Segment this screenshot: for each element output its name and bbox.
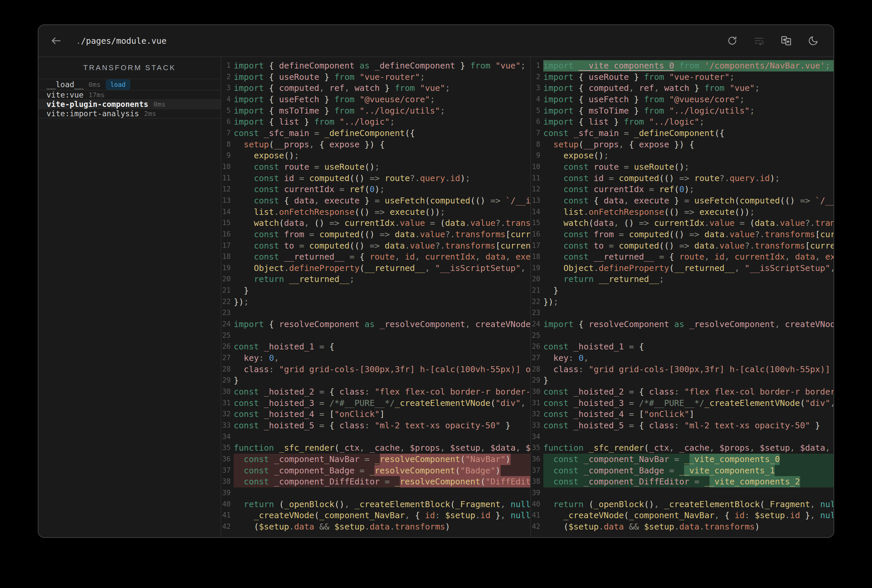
line-number: 4 <box>531 94 540 105</box>
line-content: return __returned__; <box>543 274 834 285</box>
line-number: 20 <box>531 274 540 285</box>
line-content: const _component_Badge = __vite_componen… <box>543 465 834 476</box>
code-line: 6import { list } from "../logic"; <box>221 116 530 128</box>
line-content: const currentIdx = ref(0); <box>234 184 530 195</box>
code-panel-before[interactable]: 1import { defineComponent as _defineComp… <box>221 57 530 537</box>
line-number: 34 <box>221 431 231 442</box>
line-content: class: "grid grid-cols-[300px,3fr] h-[ca… <box>234 364 530 375</box>
line-number: 29 <box>531 375 540 386</box>
line-content: const _hoisted_2 = { class: "flex flex-c… <box>543 386 834 398</box>
line-number: 5 <box>221 105 231 117</box>
code-line: 24import { resolveComponent as _resolveC… <box>221 319 530 330</box>
code-line: 42 ($setup.data && $setup.data.transform… <box>221 521 530 532</box>
line-number: 7 <box>221 128 231 139</box>
back-button[interactable] <box>51 35 62 46</box>
plugin-duration: 0ms <box>153 100 165 108</box>
sidebar-item--load-[interactable]: __load__0msload <box>38 79 221 90</box>
line-number: 35 <box>531 442 540 454</box>
line-content: const to = computed(() => data.value?.tr… <box>543 240 834 252</box>
refresh-button[interactable] <box>726 35 738 46</box>
line-content: return (_openBlock(), _createElementBloc… <box>234 499 530 510</box>
line-content: watch(data, () => currentIdx.value = (da… <box>234 218 530 229</box>
line-number: 32 <box>221 409 231 420</box>
code-line: 40 return (_openBlock(), _createElementB… <box>531 499 834 510</box>
sidebar-item-vite-plugin-components[interactable]: vite-plugin-components0ms <box>38 100 221 109</box>
line-number: 26 <box>221 341 231 352</box>
code-line: 20 return __returned__; <box>531 274 834 285</box>
code-line: 31const _hoisted_3 = /*#__PURE__*/_creat… <box>221 398 530 409</box>
line-number: 15 <box>221 218 231 229</box>
line-content: }); <box>234 296 530 308</box>
plugin-list: __load__0msloadvite:vue17msvite-plugin-c… <box>38 79 221 118</box>
code-line: 23 <box>221 308 530 319</box>
line-number: 22 <box>221 296 231 308</box>
code-line: 1import __vite_components_0 from '/compo… <box>531 60 834 72</box>
plugin-duration: 17ms <box>89 91 105 99</box>
line-content: const _hoisted_4 = ["onClick"] <box>234 409 530 420</box>
header-actions <box>726 35 819 47</box>
line-number: 27 <box>221 352 231 364</box>
sidebar-title: TRANSFORM STACK <box>38 57 221 79</box>
line-number: 31 <box>531 398 540 409</box>
line-number: 15 <box>531 218 540 229</box>
code-line: 22}); <box>531 296 834 308</box>
line-content: import { msToTime } from "../logic/utils… <box>234 105 530 117</box>
code-line: 28 class: "grid grid-cols-[300px,3fr] h-… <box>531 364 834 375</box>
line-content: const from = computed(() => data.value?.… <box>234 229 530 240</box>
code-line: 30const _hoisted_2 = { class: "flex flex… <box>221 386 530 398</box>
line-number: 41 <box>221 510 231 521</box>
line-number: 9 <box>221 150 231 161</box>
line-content: const _sfc_main = _defineComponent({ <box>234 128 530 139</box>
line-content: setup(__props, { expose }) { <box>234 139 530 150</box>
code-line: 26const _hoisted_1 = { <box>531 341 834 352</box>
code-line: 42 ($setup.data && $setup.data.transform… <box>531 521 834 532</box>
line-content: const _component_DiffEditor = __vite_com… <box>543 476 834 488</box>
code-line: 4import { useFetch } from "@vueuse/core"… <box>531 94 834 105</box>
sidebar-item-vite-vue[interactable]: vite:vue17ms <box>38 90 221 100</box>
line-wrap-button[interactable] <box>753 35 765 46</box>
line-content: const _hoisted_2 = { class: "flex flex-c… <box>234 386 530 398</box>
line-number: 26 <box>531 341 540 352</box>
line-content: import { useFetch } from "@vueuse/core"; <box>234 94 530 105</box>
line-number: 20 <box>221 274 231 285</box>
line-content: key: 0, <box>234 352 530 364</box>
line-number: 10 <box>531 161 540 173</box>
line-number: 24 <box>531 319 540 330</box>
code-line: 12 const currentIdx = ref(0); <box>531 184 834 195</box>
line-content <box>543 431 834 442</box>
compare-panels-button[interactable] <box>780 35 792 47</box>
code-line: 9 expose(); <box>531 150 834 161</box>
dark-mode-button[interactable] <box>807 35 819 46</box>
code-line: 2import { useRoute } from "vue-router"; <box>531 72 834 83</box>
line-content <box>543 488 834 499</box>
line-number: 37 <box>221 465 231 476</box>
line-content: function _sfc_render(_ctx, _cache, $prop… <box>543 442 834 454</box>
line-content: const _hoisted_3 = /*#__PURE__*/_createE… <box>234 398 530 409</box>
code-line: 3import { computed, ref, watch } from "v… <box>221 82 530 94</box>
line-content: const _component_DiffEditor = _resolveCo… <box>234 476 530 488</box>
code-line: 10 const route = useRoute(); <box>221 161 530 173</box>
code-panel-after[interactable]: 1import __vite_components_0 from '/compo… <box>530 57 834 537</box>
line-content: ($setup.data && $setup.data.transforms) <box>234 521 530 532</box>
code-line: 38 const _component_DiffEditor = __vite_… <box>531 476 834 488</box>
line-content: return __returned__; <box>234 274 530 285</box>
code-line: 28 class: "grid grid-cols-[300px,3fr] h-… <box>221 364 530 375</box>
line-number: 25 <box>221 330 231 342</box>
code-line: 5import { msToTime } from "../logic/util… <box>221 105 530 117</box>
line-number: 16 <box>531 229 540 240</box>
code-line: 7const _sfc_main = _defineComponent({ <box>531 128 834 139</box>
compare-panels-icon <box>780 35 792 47</box>
code-line: 33const _hoisted_5 = { class: "ml-2 text… <box>531 420 834 431</box>
plugin-duration: 2ms <box>144 110 156 118</box>
line-content: } <box>543 375 834 386</box>
line-content: const _hoisted_1 = { <box>234 341 530 352</box>
line-number: 14 <box>221 207 231 218</box>
line-content: import { computed, ref, watch } from "vu… <box>543 82 834 94</box>
code-line: 26const _hoisted_1 = { <box>221 341 530 352</box>
line-content: ($setup.data && $setup.data.transforms) <box>543 521 834 532</box>
sidebar-item-vite-import-analysis[interactable]: vite:import-analysis2ms <box>38 109 221 118</box>
line-number: 4 <box>221 94 231 105</box>
code-line: 39 <box>221 488 530 499</box>
line-number: 24 <box>221 319 231 330</box>
code-line: 37 const _component_Badge = __vite_compo… <box>531 465 834 476</box>
